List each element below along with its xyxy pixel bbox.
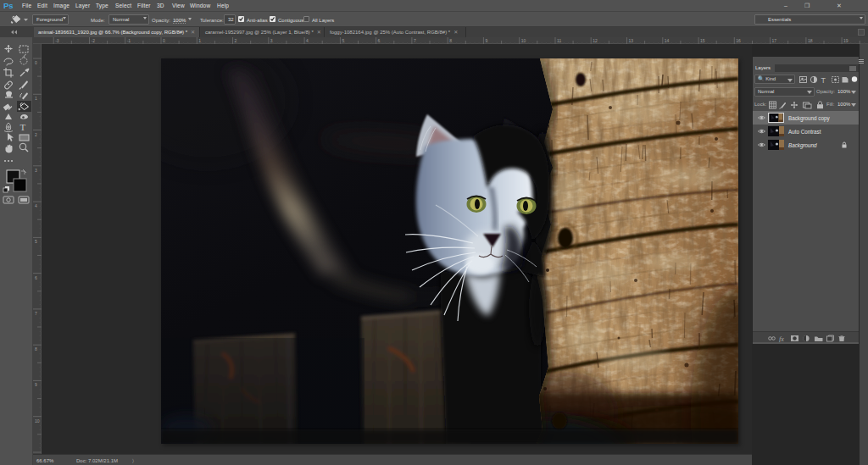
- svg-text:13: 13: [629, 38, 634, 43]
- svg-text:3: 3: [270, 38, 273, 43]
- svg-text:fx: fx: [779, 335, 784, 343]
- svg-text:7: 7: [414, 38, 416, 43]
- svg-text:8: 8: [449, 38, 452, 43]
- svg-text:9: 9: [35, 382, 37, 387]
- svg-text:14: 14: [665, 38, 670, 43]
- svg-text:10: 10: [521, 38, 526, 43]
- svg-text:9: 9: [485, 38, 487, 43]
- svg-text:17: 17: [772, 38, 777, 43]
- svg-text:6: 6: [35, 275, 37, 280]
- svg-text:5: 5: [342, 38, 344, 43]
- svg-text:15: 15: [700, 38, 705, 43]
- svg-text:4: 4: [306, 38, 309, 43]
- svg-text:-1: -1: [127, 38, 131, 43]
- svg-text:-2: -2: [92, 38, 96, 43]
- svg-text:4: 4: [35, 203, 37, 208]
- svg-text:11: 11: [557, 38, 561, 43]
- svg-text:2: 2: [235, 38, 237, 43]
- svg-text:7: 7: [35, 311, 37, 316]
- svg-text:T: T: [821, 76, 826, 85]
- svg-text:19: 19: [843, 38, 849, 43]
- svg-text:2: 2: [35, 132, 37, 137]
- svg-text:0: 0: [35, 60, 37, 65]
- svg-text:0: 0: [163, 38, 165, 43]
- svg-text:T: T: [20, 122, 26, 132]
- svg-text:18: 18: [808, 38, 813, 43]
- svg-text:1: 1: [198, 38, 201, 43]
- svg-text:8: 8: [35, 346, 37, 352]
- svg-text:1: 1: [35, 96, 37, 101]
- svg-text:-3: -3: [55, 38, 59, 43]
- svg-text:5: 5: [35, 239, 37, 244]
- svg-text:6: 6: [378, 38, 381, 43]
- svg-text:10: 10: [35, 418, 40, 423]
- svg-text:12: 12: [593, 38, 598, 43]
- svg-text:3: 3: [35, 168, 37, 173]
- svg-text:16: 16: [736, 38, 741, 43]
